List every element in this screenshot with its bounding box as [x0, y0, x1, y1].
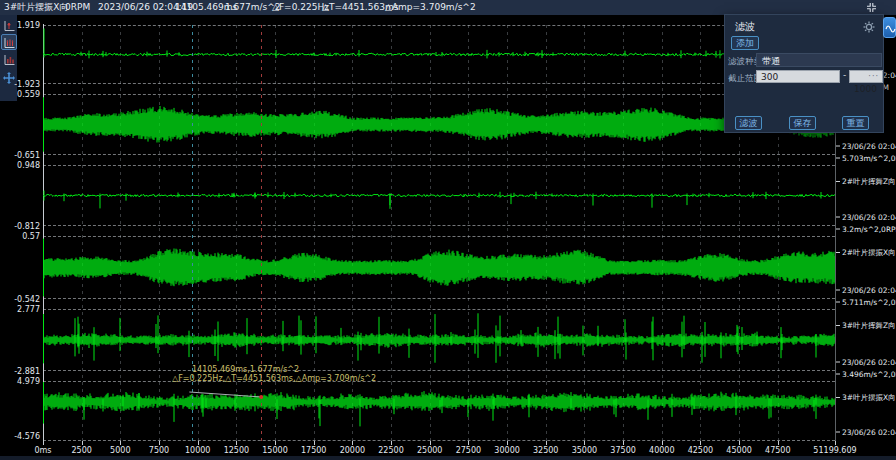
ellipsis-button[interactable]: ···: [868, 71, 879, 83]
toolbar-readout: 3#叶片摆振X向: [4, 1, 68, 14]
trace-amp-label: 5.711m/s^2,0RPM: [836, 298, 896, 307]
reset-button[interactable]: 重置: [842, 116, 869, 130]
filter-dialog-title: 滤波: [735, 20, 755, 34]
collapse-window-icon[interactable]: [866, 2, 877, 13]
x-axis-label: 12500: [224, 446, 249, 455]
y-min-label: -4.576: [0, 432, 40, 441]
grid-line-vertical: [623, 25, 624, 441]
trace-row[interactable]: [43, 236, 835, 299]
x-axis-label: 40000: [649, 446, 674, 455]
x-axis-tick: [430, 441, 431, 445]
x-axis-tick: [43, 441, 44, 445]
app-window: 3#叶片摆振X向0RPM2023/06/26 02:04:1914105.469…: [0, 0, 896, 460]
y-min-label: -2.881: [0, 367, 40, 376]
x-axis-label: 30000: [494, 446, 519, 455]
x-axis-tick: [198, 441, 199, 445]
y-max-label: 2.777: [0, 305, 40, 314]
y-min-label: -0.651: [0, 151, 40, 160]
x-axis-label: 17500: [301, 446, 326, 455]
trace-row[interactable]: [43, 309, 835, 371]
multi-trace-view-icon[interactable]: [1, 34, 17, 50]
y-max-label: 0.57: [0, 232, 40, 241]
y-max-label: 1.919: [0, 21, 40, 30]
trace-row[interactable]: [43, 25, 835, 84]
x-axis-label: 42500: [688, 446, 713, 455]
x-axis-tick: [584, 441, 585, 445]
add-filter-button[interactable]: 添加: [731, 36, 759, 50]
x-axis-label: 35000: [572, 446, 597, 455]
waveform-5: [43, 310, 835, 370]
y-axis-line: [43, 24, 44, 442]
y-max-label: 0.948: [0, 161, 40, 170]
wave-tool-button[interactable]: [883, 17, 896, 38]
x-axis-tick: [159, 441, 160, 445]
x-axis-tick: [236, 441, 237, 445]
filter-type-select[interactable]: 带通: [756, 53, 882, 67]
x-axis-tick: [546, 441, 547, 445]
trace-amp-label: 5.703m/s^2,0RPM: [836, 154, 896, 163]
y-max-label: 0.559: [0, 90, 40, 99]
x-axis-tick: [662, 441, 663, 445]
cutoff-from-input[interactable]: 300: [756, 70, 840, 83]
grid-line-vertical: [120, 25, 121, 441]
settings-gear-icon[interactable]: [863, 21, 875, 33]
grid-line-vertical: [546, 25, 547, 441]
grid-line-vertical: [82, 25, 83, 441]
grid-line-vertical: [662, 25, 663, 441]
bottom-strip: [0, 456, 896, 460]
trace-name-label: 3#叶片挥舞Z向: [836, 321, 896, 331]
x-axis-tick: [120, 441, 121, 445]
grid-line-vertical: [700, 25, 701, 441]
x-axis-label: 25000: [417, 446, 442, 455]
cutoff-to-input[interactable]: ··· 1000: [849, 70, 883, 83]
x-axis-label: 20000: [340, 446, 365, 455]
trace-name-label: 2#叶片挥舞Z向: [836, 177, 896, 187]
x-axis-label: 47500: [765, 446, 790, 455]
waveform-6: [43, 382, 835, 440]
waveform-4: [43, 237, 835, 298]
trace-name-label: 3#叶片摆振X向: [836, 393, 896, 403]
grid-line-vertical: [391, 25, 392, 441]
trace-row[interactable]: [43, 381, 835, 441]
x-axis-label: 0ms: [34, 446, 51, 455]
cursor-annotation-line1: 14105.469ms,1.677m/s^2: [192, 365, 299, 374]
trace-date-label: 23/06/26 02:04:: [836, 213, 896, 222]
waveform-1: [43, 26, 835, 83]
trace-row[interactable]: [43, 94, 835, 155]
y-min-label: -0.812: [0, 222, 40, 231]
trace-amp-label: 3.2m/s^2,0RPM: [836, 225, 896, 234]
grid-line-vertical: [584, 25, 585, 441]
x-axis-tick: [700, 441, 701, 445]
bar-view-icon[interactable]: [1, 51, 17, 67]
x-axis-tick: [391, 441, 392, 445]
x-axis-label: 2500: [72, 446, 92, 455]
x-axis-tick: [623, 441, 624, 445]
trace-date-label: 23/06/26 02:04:: [836, 286, 896, 295]
x-axis-label: 51199.609: [813, 446, 856, 455]
cursor-annotation-line2: △F=0.225Hz,△T=4451.563ms,△Amp=3.709m/s^2: [172, 374, 376, 383]
save-button[interactable]: 保存: [789, 116, 816, 130]
trace-date-label: 23/06/26 02:04:: [836, 358, 896, 367]
y-max-label: 4.979: [0, 377, 40, 386]
x-axis-tick: [468, 441, 469, 445]
x-axis-label: 10000: [185, 446, 210, 455]
grid-line-vertical: [468, 25, 469, 441]
x-axis-label: 5000: [110, 446, 130, 455]
sine-wave-icon: [884, 18, 896, 39]
waveform-2: [43, 95, 835, 154]
x-axis-tick: [835, 441, 836, 445]
grid-line-vertical: [507, 25, 508, 441]
y-min-label: -1.923: [0, 80, 40, 89]
grid-line-vertical: [430, 25, 431, 441]
x-axis-tick: [507, 441, 508, 445]
status-toolbar: 3#叶片摆振X向0RPM2023/06/26 02:04:1914105.469…: [0, 0, 896, 15]
x-axis-label: 37500: [610, 446, 635, 455]
x-axis-tick: [275, 441, 276, 445]
trace-date-label: 23/06/26 02:04:: [836, 142, 896, 151]
x-axis-tick: [739, 441, 740, 445]
x-axis-label: 7500: [149, 446, 169, 455]
trace-row[interactable]: [43, 165, 835, 226]
apply-filter-button[interactable]: 滤波: [735, 116, 762, 130]
cutoff-to-value: 1000: [854, 84, 877, 94]
grid-line-vertical: [159, 25, 160, 441]
